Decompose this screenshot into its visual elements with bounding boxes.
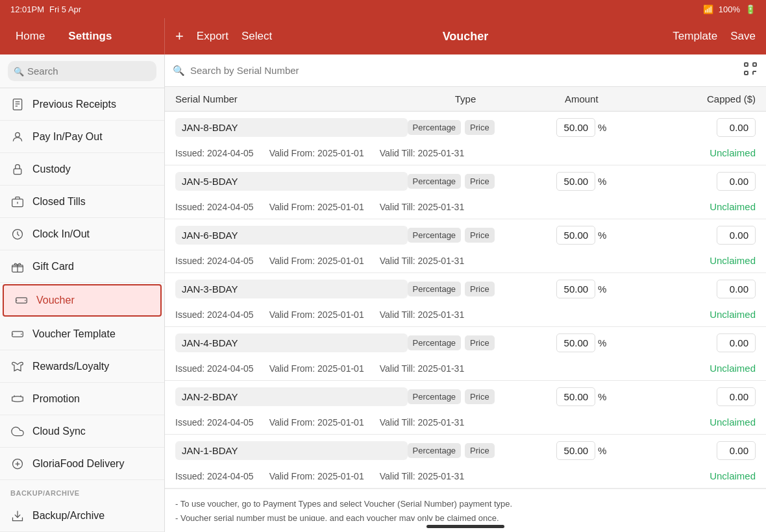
search-icon: 🔍: [14, 66, 24, 76]
percent-sign-4: %: [598, 337, 606, 348]
settings-button[interactable]: Settings: [63, 30, 117, 43]
sidebar-item-label-closed-tills: Closed Tills: [32, 196, 86, 208]
voucher-main-row: Percentage Price 50.00 % 0.00: [165, 112, 766, 143]
voucher-main-row: Percentage Price 50.00 % 0.00: [165, 219, 766, 251]
backup-archive-icon: [10, 509, 25, 523]
table-row: Percentage Price 50.00 % 0.00 Issued: 20…: [165, 219, 766, 273]
app-container: 🔍 Previous Receipts Pay In/Pay Out Custo…: [0, 54, 766, 532]
status-bar: 12:01PM Fri 5 Apr 📶 100% 🔋: [0, 0, 766, 18]
amount-area-6: 50.00 %: [523, 441, 639, 460]
serial-input-0[interactable]: [175, 118, 408, 137]
issued-date-6: Issued: 2024-04-05: [175, 471, 254, 481]
percent-sign-6: %: [598, 445, 606, 456]
sidebar-item-closed-tills[interactable]: Closed Tills: [0, 186, 164, 218]
sidebar-item-voucher[interactable]: Voucher: [3, 284, 162, 317]
amount-value-2: 50.00: [556, 226, 595, 245]
valid-till-4: Valid Till: 2025-01-31: [380, 363, 464, 374]
type-area-2: Percentage Price: [408, 228, 524, 243]
sidebar-item-previous-receipts[interactable]: Previous Receipts: [0, 88, 164, 121]
home-button[interactable]: Home: [10, 30, 50, 43]
status-badge-3: Unclaimed: [710, 309, 756, 320]
sidebar-item-label-pay-in-pay-out: Pay In/Pay Out: [32, 131, 103, 143]
sidebar-item-rewards-loyalty[interactable]: Rewards/Loyalty: [0, 350, 164, 383]
sidebar-nav: Previous Receipts Pay In/Pay Out Custody…: [0, 88, 164, 532]
serial-input-3[interactable]: [175, 280, 408, 298]
type-area-4: Percentage Price: [408, 335, 524, 350]
battery-level: 100%: [719, 5, 740, 14]
valid-from-0: Valid From: 2025-01-01: [269, 148, 364, 158]
svg-rect-19: [753, 63, 756, 66]
serial-input-2[interactable]: [175, 226, 408, 245]
valid-from-1: Valid From: 2025-01-01: [269, 202, 364, 212]
voucher-table: Serial Number Type Amount Capped ($) Per…: [165, 87, 766, 521]
sidebar-item-gift-card[interactable]: Gift Card: [0, 250, 164, 283]
valid-till-2: Valid Till: 2025-01-31: [380, 256, 464, 266]
scan-icon[interactable]: [743, 61, 758, 80]
section-label-backup-archive: BACKUP/ARCHIVE: [0, 480, 164, 500]
export-button[interactable]: Export: [197, 30, 229, 43]
sidebar-item-gloria-food[interactable]: GloriaFood Delivery: [0, 448, 164, 480]
capped-value-1: 0.00: [717, 172, 756, 191]
capped-area-1: 0.00: [639, 172, 756, 191]
voucher-sub-row-2: Issued: 2024-04-05 Valid From: 2025-01-0…: [165, 251, 766, 272]
sidebar-search-input[interactable]: [8, 61, 156, 81]
col-capped: Capped ($): [639, 93, 756, 104]
svg-rect-0: [13, 99, 21, 110]
sidebar-item-label-backup-archive: Backup/Archive: [32, 510, 105, 522]
price-badge-3: Price: [465, 282, 495, 296]
voucher-main-row: Percentage Price 50.00 % 0.00: [165, 327, 766, 359]
voucher-sub-row-5: Issued: 2024-04-05 Valid From: 2025-01-0…: [165, 413, 766, 434]
table-row: Percentage Price 50.00 % 0.00 Issued: 20…: [165, 165, 766, 219]
serial-search-input[interactable]: [190, 65, 737, 76]
footer-note-0: - To use voucher, go to Payment Types an…: [175, 497, 756, 511]
valid-till-5: Valid Till: 2025-01-31: [380, 417, 464, 428]
voucher-template-icon: [10, 327, 25, 341]
price-badge-2: Price: [465, 228, 495, 243]
voucher-rows-container: Percentage Price 50.00 % 0.00 Issued: 20…: [165, 112, 766, 489]
gloria-food-icon: [10, 457, 25, 471]
voucher-main-row: Percentage Price 50.00 % 0.00: [165, 273, 766, 305]
table-row: Percentage Price 50.00 % 0.00 Issued: 20…: [165, 273, 766, 327]
main-content: 🔍 Serial Number Type Amount Cap: [165, 54, 766, 532]
sidebar-item-cloud-sync[interactable]: Cloud Sync: [0, 415, 164, 448]
price-badge-1: Price: [465, 174, 495, 189]
sidebar-item-label-gift-card: Gift Card: [32, 261, 74, 272]
add-button[interactable]: +: [175, 28, 184, 45]
serial-input-6[interactable]: [175, 441, 408, 460]
issued-date-5: Issued: 2024-04-05: [175, 417, 254, 428]
amount-value-3: 50.00: [556, 280, 595, 298]
sidebar-item-clock-in-out[interactable]: Clock In/Out: [0, 218, 164, 250]
amount-value-1: 50.00: [556, 172, 595, 191]
status-badge-0: Unclaimed: [710, 147, 756, 158]
amount-area-2: 50.00 %: [523, 226, 639, 245]
valid-from-5: Valid From: 2025-01-01: [269, 417, 364, 428]
clock-in-out-icon: [10, 227, 25, 241]
template-button[interactable]: Template: [673, 30, 717, 43]
valid-from-6: Valid From: 2025-01-01: [269, 471, 364, 481]
valid-from-3: Valid From: 2025-01-01: [269, 309, 364, 320]
amount-value-5: 50.00: [556, 387, 595, 406]
capped-value-0: 0.00: [717, 118, 756, 137]
valid-from-4: Valid From: 2025-01-01: [269, 363, 364, 374]
sidebar-item-backup-archive[interactable]: Backup/Archive: [0, 500, 164, 532]
table-header: Serial Number Type Amount Capped ($): [165, 87, 766, 112]
sidebar-item-custody[interactable]: Custody: [0, 153, 164, 186]
price-badge-6: Price: [465, 443, 495, 458]
serial-input-1[interactable]: [175, 172, 408, 191]
sidebar-item-label-previous-receipts: Previous Receipts: [32, 99, 116, 110]
serial-input-5[interactable]: [175, 387, 408, 406]
footer-note-1: - Voucher serial number must be unique, …: [175, 511, 756, 521]
amount-area-0: 50.00 %: [523, 118, 639, 137]
issued-date-1: Issued: 2024-04-05: [175, 202, 254, 212]
sidebar-item-voucher-template[interactable]: Voucher Template: [0, 318, 164, 350]
closed-tills-icon: [10, 195, 25, 209]
sidebar-item-pay-in-pay-out[interactable]: Pay In/Pay Out: [0, 121, 164, 153]
select-button[interactable]: Select: [241, 30, 272, 43]
amount-value-4: 50.00: [556, 333, 595, 352]
type-area-6: Percentage Price: [408, 443, 524, 458]
sidebar-item-promotion[interactable]: Promotion: [0, 383, 164, 415]
issued-date-4: Issued: 2024-04-05: [175, 363, 254, 374]
serial-input-4[interactable]: [175, 333, 408, 352]
percent-sign-2: %: [598, 230, 606, 241]
save-button[interactable]: Save: [730, 30, 756, 43]
